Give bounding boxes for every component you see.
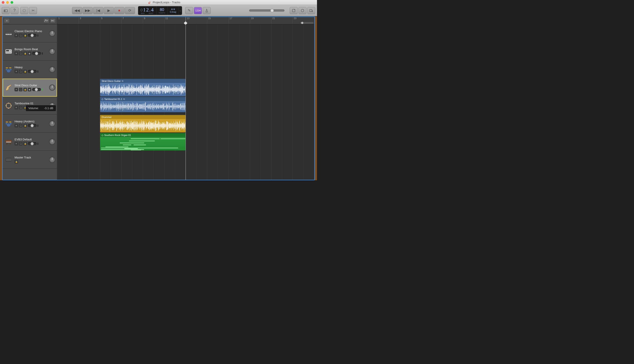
lcd-dropdown-icon[interactable]: ⌵ xyxy=(179,9,182,12)
forward-button[interactable]: ▶▶ xyxy=(82,7,93,14)
volume-slider[interactable] xyxy=(28,70,36,73)
mute-icon[interactable]: ✕ xyxy=(14,52,18,55)
pan-knob[interactable] xyxy=(49,66,55,72)
region-tambourine-01.1[interactable]: ◇Tambourine 01.1⟲ xyxy=(100,97,186,112)
window-title-text: ProjectLoops - Tracks xyxy=(153,1,180,4)
smart-controls-button[interactable] xyxy=(20,7,28,14)
pan-knob[interactable] xyxy=(49,30,55,36)
horizontal-zoom-slider[interactable] xyxy=(300,22,314,24)
input-icon[interactable]: ◉ xyxy=(28,88,31,91)
svg-point-30 xyxy=(8,102,9,104)
level-meter xyxy=(38,142,38,145)
catch-playhead-button[interactable] xyxy=(50,18,56,23)
solo-icon[interactable]: 🎧 xyxy=(19,106,22,110)
svg-point-29 xyxy=(11,105,12,106)
lock-icon[interactable]: 🔒 xyxy=(23,34,27,37)
media-browser-button[interactable] xyxy=(307,7,315,14)
track-headers: Classic Electric Piano✕🎧🔒Bongo Room Beat… xyxy=(3,24,57,180)
volume-slider[interactable] xyxy=(28,124,36,127)
add-track-button[interactable]: + xyxy=(4,18,10,23)
volume-slider[interactable] xyxy=(32,52,41,55)
mute-icon[interactable]: ✕ xyxy=(14,34,18,37)
volume-slider[interactable] xyxy=(28,34,36,37)
mute-icon[interactable]: ✕ xyxy=(14,106,18,110)
playhead-line[interactable] xyxy=(186,24,186,180)
go-to-start-button[interactable]: |◀ xyxy=(93,7,103,14)
library-button[interactable] xyxy=(2,7,10,14)
svg-point-24 xyxy=(10,69,12,70)
track-header-2[interactable]: Heavy✕🎧🔒 xyxy=(3,60,57,78)
input-icon[interactable]: ◉ xyxy=(28,52,31,55)
lock-icon[interactable]: 🔒 xyxy=(14,160,18,164)
quick-help-button[interactable]: ? xyxy=(10,7,18,14)
window-title: 🎸 ProjectLoops - Tracks xyxy=(13,1,315,4)
svg-point-27 xyxy=(6,103,11,108)
lock-icon[interactable]: 🔒 xyxy=(23,124,27,128)
region-drummer[interactable]: Drummer xyxy=(100,115,186,132)
window-controls xyxy=(2,1,13,4)
lock-icon[interactable]: 🔒 xyxy=(23,70,27,73)
region-southern-rock-organ-01[interactable]: ◇Southern Rock Organ 01 xyxy=(100,133,186,150)
timeline-ruler[interactable]: 1357911131517192123 xyxy=(57,17,314,24)
metronome-button[interactable] xyxy=(203,7,211,14)
rewind-button[interactable]: ◀◀ xyxy=(72,7,82,14)
volume-slider[interactable] xyxy=(32,88,41,91)
svg-rect-40 xyxy=(10,143,11,144)
track-name-label: EVB3 Default xyxy=(14,138,46,141)
pan-knob[interactable] xyxy=(49,157,55,163)
volume-slider[interactable] xyxy=(28,142,36,145)
arrange-area[interactable]: Strat Disco Guitar⟲◇Tambourine 01.1⟲Drum… xyxy=(57,24,314,180)
svg-point-25 xyxy=(6,67,8,68)
solo-icon[interactable]: 🎧 xyxy=(19,70,22,73)
svg-point-28 xyxy=(6,105,6,106)
notepad-button[interactable] xyxy=(290,7,298,14)
solo-icon[interactable]: 🎧 xyxy=(19,34,22,37)
master-volume-slider[interactable] xyxy=(249,10,284,12)
svg-point-26 xyxy=(9,67,12,68)
count-in-button[interactable]: 1234 xyxy=(194,7,202,14)
track-header-3[interactable]: Strat Disco Guitar✕🎧🔒◉ xyxy=(3,78,57,96)
solo-icon[interactable]: 🎧 xyxy=(19,88,22,91)
automation-button[interactable] xyxy=(43,18,49,23)
svg-rect-46 xyxy=(10,158,11,161)
mute-icon[interactable]: ✕ xyxy=(14,142,18,146)
lock-icon[interactable]: 🔒 xyxy=(23,88,27,91)
play-button[interactable]: ▶ xyxy=(104,7,114,14)
ruler-tick: 1 xyxy=(57,17,60,24)
cycle-button[interactable]: ⟳ xyxy=(125,7,135,14)
scissors-button[interactable]: ✂ xyxy=(29,7,37,14)
pan-knob[interactable] xyxy=(49,120,55,127)
svg-point-2 xyxy=(23,9,26,12)
mute-icon[interactable]: ✕ xyxy=(14,88,18,91)
zoom-window[interactable] xyxy=(10,1,13,4)
track-header-1[interactable]: Bongo Room Beat✕🎧🔒◉ xyxy=(3,42,57,60)
solo-icon[interactable]: 🎧 xyxy=(19,142,22,146)
svg-rect-45 xyxy=(10,158,10,161)
solo-icon[interactable]: 🎧 xyxy=(19,124,22,128)
track-header-0[interactable]: Classic Electric Piano✕🎧🔒 xyxy=(3,24,57,42)
track-header-7[interactable]: Master Track🔒 xyxy=(3,151,57,169)
solo-icon[interactable]: 🎧 xyxy=(19,52,22,55)
mute-icon[interactable]: ✕ xyxy=(14,70,18,73)
record-button[interactable]: ● xyxy=(114,7,124,14)
pan-knob[interactable] xyxy=(49,48,55,54)
track-header-6[interactable]: EVB3 Default✕🎧🔒 xyxy=(3,133,57,151)
svg-rect-44 xyxy=(8,158,9,161)
lcd-display[interactable]: 0 12.4 BARBEAT 80 TEMPO 4/4 Cmaj ⌵ xyxy=(138,6,182,15)
svg-rect-18 xyxy=(6,52,7,52)
track-header-5[interactable]: Heavy (Anders)✕🎧🔒 xyxy=(3,115,57,133)
close-window[interactable] xyxy=(2,1,4,4)
pan-knob[interactable] xyxy=(49,84,55,91)
minimize-window[interactable] xyxy=(6,1,9,4)
svg-rect-21 xyxy=(10,52,11,52)
lock-icon[interactable]: 🔒 xyxy=(23,52,27,55)
level-meter xyxy=(38,70,38,72)
level-meter xyxy=(38,34,38,36)
tuner-button[interactable]: ✎ xyxy=(185,7,193,14)
region-header: ◇Southern Rock Organ 01 xyxy=(100,133,185,137)
pan-knob[interactable] xyxy=(49,139,55,145)
mute-icon[interactable]: ✕ xyxy=(14,124,18,128)
loop-browser-button[interactable] xyxy=(298,7,306,14)
region-strat-disco-guitar[interactable]: Strat Disco Guitar⟲ xyxy=(100,79,186,96)
lock-icon[interactable]: 🔒 xyxy=(23,142,27,146)
